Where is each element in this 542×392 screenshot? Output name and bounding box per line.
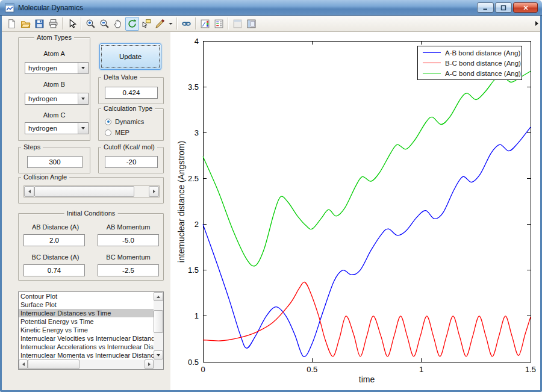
minimize-button[interactable] — [477, 2, 494, 13]
radio-selected-icon[interactable] — [105, 119, 111, 125]
list-item[interactable]: Surface Plot — [19, 300, 154, 309]
x-tick-label: 1.5 — [525, 365, 536, 374]
brush-data-button[interactable] — [153, 17, 167, 31]
vertical-scroll-thumb[interactable] — [154, 310, 163, 333]
link-plot-button[interactable] — [179, 17, 193, 31]
atom-c-select[interactable]: hydrogen — [25, 122, 89, 134]
arrow-right-icon — [153, 190, 155, 193]
y-tick-label: 3 — [195, 128, 199, 137]
plot-canvas[interactable]: 00.511.50.511.522.533.54 — [170, 32, 540, 390]
list-item[interactable]: Internuclear Momenta vs Internuclear Dis… — [19, 351, 154, 359]
bc-distance-input[interactable] — [23, 264, 85, 276]
initial-conditions-title: Initial Conditions — [64, 210, 118, 217]
delta-value-input[interactable] — [105, 87, 158, 99]
insert-legend-button[interactable] — [212, 17, 226, 31]
minimize-icon — [482, 5, 488, 11]
scroll-down-button[interactable] — [154, 350, 163, 359]
legend-line-sample — [423, 73, 441, 73]
open-file-button[interactable] — [19, 17, 33, 31]
save-figure-button[interactable] — [33, 17, 46, 31]
pan-button[interactable] — [111, 17, 125, 31]
chevron-down-icon[interactable] — [78, 93, 88, 104]
list-item[interactable]: Potential Energy vs Time — [19, 317, 154, 326]
data-cursor-button[interactable] — [139, 17, 153, 31]
x-tick-label: 0.5 — [307, 365, 317, 374]
legend-entry: A-C bond distance (Ang) — [418, 68, 522, 78]
zoom-out-button[interactable] — [98, 17, 111, 31]
zoom-in-button[interactable] — [84, 17, 98, 31]
arrow-left-icon — [22, 362, 25, 366]
close-button[interactable] — [513, 2, 538, 13]
print-figure-button[interactable] — [46, 17, 60, 31]
maximize-button[interactable] — [495, 2, 512, 13]
bc-distance-label: BC Distance (A) — [22, 254, 89, 261]
rotate-3d-button[interactable] — [125, 17, 139, 31]
brush-dropdown-button[interactable] — [167, 17, 175, 31]
list-vertical-scrollbar[interactable] — [154, 292, 163, 359]
hide-plot-tools-button — [231, 17, 245, 31]
open-file-icon — [20, 19, 31, 29]
legend-line-sample — [423, 63, 441, 63]
scroll-left-button[interactable] — [19, 359, 28, 369]
ab-momentum-input[interactable] — [98, 234, 159, 246]
toolbar-overflow-icon[interactable] — [535, 21, 538, 26]
collision-angle-slider[interactable] — [23, 185, 160, 198]
window-title: Molecular Dynamics — [18, 4, 83, 12]
list-item[interactable]: Kinetic Energy vs Time — [19, 326, 154, 334]
chevron-down-icon[interactable] — [78, 63, 88, 73]
insert-colorbar-button[interactable] — [198, 17, 212, 31]
dynamics-radio[interactable]: Dynamics — [105, 118, 144, 125]
list-item[interactable]: Contour Plot — [19, 292, 154, 300]
steps-input[interactable] — [27, 156, 83, 168]
slider-thumb[interactable] — [34, 186, 134, 197]
toolbar-separator — [228, 17, 229, 30]
atom-a-select[interactable]: hydrogen — [25, 62, 89, 74]
plot-box[interactable] — [203, 41, 531, 362]
titlebar[interactable]: Molecular Dynamics — [0, 0, 542, 16]
insert-legend-icon — [214, 19, 224, 29]
list-item[interactable]: Internuclear Distances vs Time — [19, 309, 154, 317]
calculation-type-title: Calculation Type — [101, 105, 155, 112]
horizontal-scroll-thumb[interactable] — [28, 359, 79, 369]
list-item[interactable]: Internuclear Accelerations vs Internucle… — [19, 343, 154, 351]
arrow-left-icon — [28, 190, 31, 193]
cutoff-input[interactable] — [105, 156, 158, 168]
edit-plot-button[interactable] — [65, 17, 79, 31]
ab-distance-input[interactable] — [23, 234, 85, 246]
collision-angle-panel: Collision Angle — [18, 177, 164, 204]
y-tick-label: 2 — [195, 220, 199, 229]
new-figure-button[interactable] — [5, 17, 19, 31]
slider-right-arrow-button[interactable] — [149, 186, 159, 197]
steps-panel: Steps — [18, 147, 90, 173]
y-tick-label: 4 — [195, 37, 199, 46]
figure-window: Molecular Dynamics Atom Types Atom A hyd… — [0, 0, 542, 392]
rotate-3d-icon — [127, 19, 137, 29]
arrow-down-icon — [157, 354, 160, 356]
atom-b-value: hydrogen — [25, 93, 78, 104]
cutoff-panel: Cutoff (Kcal/ mol) — [98, 147, 164, 173]
radio-unselected-icon[interactable] — [105, 129, 111, 136]
y-tick-label: 3.5 — [188, 82, 199, 92]
atom-b-select[interactable]: hydrogen — [25, 93, 89, 105]
list-horizontal-scrollbar[interactable] — [19, 359, 154, 369]
close-icon — [523, 5, 529, 11]
x-tick-label: 0 — [201, 365, 205, 374]
toolbar-separator — [62, 17, 63, 30]
show-plot-tools-icon — [246, 19, 257, 29]
legend[interactable]: A-B bond distance (Ang)B-C bond distance… — [417, 46, 522, 80]
collision-angle-title: Collision Angle — [21, 173, 69, 181]
edit-plot-icon — [67, 19, 77, 29]
update-button[interactable]: Update — [99, 43, 161, 70]
legend-entry: A-B bond distance (Ang) — [418, 48, 522, 58]
slider-left-arrow-button[interactable] — [24, 186, 34, 197]
legend-entry: B-C bond distance (Ang) — [418, 58, 522, 68]
scroll-up-button[interactable] — [154, 292, 163, 301]
zoom-out-icon — [99, 19, 110, 29]
scroll-right-button[interactable] — [145, 359, 154, 369]
bc-momentum-input[interactable] — [98, 264, 159, 276]
mep-radio[interactable]: MEP — [105, 129, 129, 136]
list-item[interactable]: Internuclear Velocities vs Internuclear … — [19, 334, 154, 343]
chevron-down-icon[interactable] — [78, 123, 88, 134]
show-plot-tools-button[interactable] — [245, 17, 258, 31]
window-controls — [477, 2, 538, 13]
